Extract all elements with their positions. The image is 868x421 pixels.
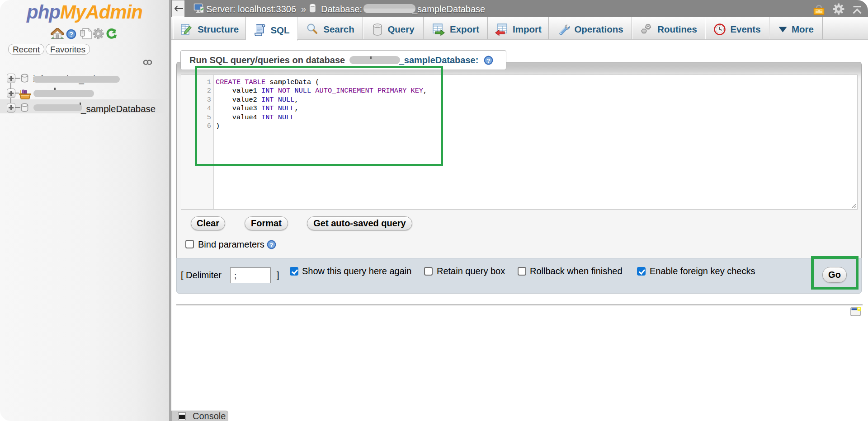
svg-text:?: ?	[270, 242, 274, 248]
svg-text:?: ?	[486, 57, 490, 64]
svg-text:?: ?	[69, 30, 73, 38]
